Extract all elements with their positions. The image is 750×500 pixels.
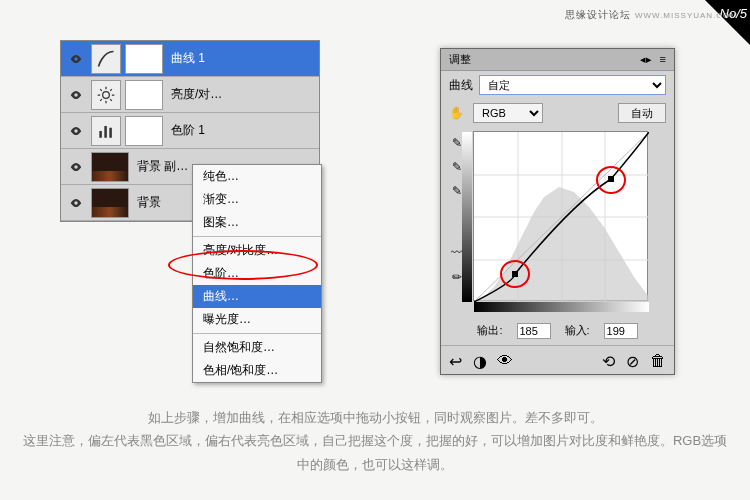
ctx-gradient[interactable]: 渐变… bbox=[193, 188, 321, 211]
channel-select[interactable]: RGB bbox=[473, 103, 543, 123]
output-label: 输出: bbox=[477, 323, 502, 339]
ctx-solid-color[interactable]: 纯色… bbox=[193, 165, 321, 188]
visibility-icon[interactable] bbox=[65, 160, 87, 174]
mask-thumb[interactable] bbox=[125, 116, 163, 146]
layer-label: 亮度/对… bbox=[167, 86, 315, 103]
image-thumb[interactable] bbox=[91, 152, 129, 182]
return-icon[interactable]: ↩ bbox=[449, 352, 465, 368]
layer-label: 色阶 1 bbox=[167, 122, 315, 139]
curves-graph[interactable] bbox=[473, 131, 648, 301]
adjustments-panel: 调整 ◂▸ ≡ 曲线 自定 ✋ RGB 自动 ✎ ✎ ✎ 〰 ✏ bbox=[440, 48, 675, 375]
visibility-icon[interactable] bbox=[65, 88, 87, 102]
input-field[interactable] bbox=[604, 323, 638, 339]
visibility-icon[interactable] bbox=[65, 52, 87, 66]
image-thumb[interactable] bbox=[91, 188, 129, 218]
output-field[interactable] bbox=[517, 323, 551, 339]
adjustment-type-label: 曲线 bbox=[449, 77, 473, 94]
visibility-icon[interactable] bbox=[65, 124, 87, 138]
mask-thumb[interactable] bbox=[125, 80, 163, 110]
reset-icon[interactable]: ⊘ bbox=[626, 352, 642, 368]
panel-title: 调整 bbox=[449, 52, 471, 67]
layer-label: 曲线 1 bbox=[167, 50, 315, 67]
highlight-circle-highlight bbox=[596, 166, 626, 194]
preset-select[interactable]: 自定 bbox=[479, 75, 666, 95]
layer-row-curves[interactable]: 曲线 1 bbox=[61, 41, 319, 77]
ctx-hue-sat[interactable]: 色相/饱和度… bbox=[193, 359, 321, 382]
curves-icon bbox=[91, 44, 121, 74]
auto-button[interactable]: 自动 bbox=[618, 103, 666, 123]
brightness-icon bbox=[91, 80, 121, 110]
adjustment-context-menu: 纯色… 渐变… 图案… 亮度/对比度… 色阶… 曲线… 曝光度… 自然饱和度… … bbox=[192, 164, 322, 383]
watermark: 思缘设计论坛WWW.MISSYUAN.COM bbox=[565, 8, 738, 22]
highlight-circle-shadow bbox=[500, 260, 530, 288]
corner-badge: No/5 bbox=[720, 6, 747, 21]
caption-text: 如上步骤，增加曲线，在相应选项中拖动小按钮，同时观察图片。差不多即可。 这里注意… bbox=[0, 406, 750, 476]
mask-thumb[interactable] bbox=[125, 44, 163, 74]
clip-icon[interactable]: ◑ bbox=[473, 352, 489, 368]
collapse-icon[interactable]: ◂▸ bbox=[640, 53, 652, 66]
layer-row-levels[interactable]: 色阶 1 bbox=[61, 113, 319, 149]
output-gradient bbox=[462, 132, 472, 302]
ctx-exposure[interactable]: 曝光度… bbox=[193, 308, 321, 331]
layer-row-brightness[interactable]: 亮度/对… bbox=[61, 77, 319, 113]
ctx-curves[interactable]: 曲线… bbox=[193, 285, 321, 308]
levels-icon bbox=[91, 116, 121, 146]
input-label: 输入: bbox=[565, 323, 590, 339]
ctx-levels[interactable]: 色阶… bbox=[193, 262, 321, 285]
svg-point-0 bbox=[103, 91, 110, 98]
ctx-vibrance[interactable]: 自然饱和度… bbox=[193, 336, 321, 359]
visibility-icon[interactable]: 👁 bbox=[497, 352, 513, 368]
menu-icon[interactable]: ≡ bbox=[660, 53, 666, 66]
panel-title-bar: 调整 ◂▸ ≡ bbox=[441, 49, 674, 71]
trash-icon[interactable]: 🗑 bbox=[650, 352, 666, 368]
finger-tool-icon[interactable]: ✋ bbox=[449, 106, 467, 120]
ctx-pattern[interactable]: 图案… bbox=[193, 211, 321, 234]
input-gradient bbox=[474, 302, 649, 312]
prev-icon[interactable]: ⟲ bbox=[602, 352, 618, 368]
visibility-icon[interactable] bbox=[65, 196, 87, 210]
panel-footer: ↩ ◑ 👁 ⟲ ⊘ 🗑 bbox=[441, 345, 674, 374]
ctx-brightness-contrast[interactable]: 亮度/对比度… bbox=[193, 239, 321, 262]
